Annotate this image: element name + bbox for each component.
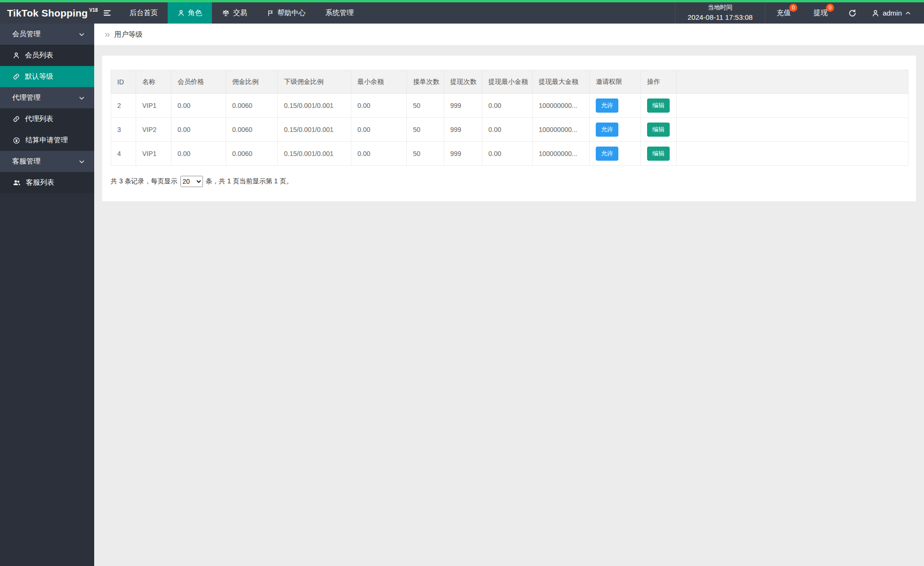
refresh-button[interactable] <box>839 2 866 24</box>
sidebar-item-agent-list[interactable]: 代理列表 <box>0 108 94 130</box>
sidebar-item-default-level-label: 默认等级 <box>25 72 53 81</box>
user-icon <box>13 52 20 59</box>
cell-spacer <box>677 94 908 118</box>
tab-dashboard[interactable]: 后台首页 <box>120 2 168 24</box>
cell-withdraw-count: 999 <box>444 142 482 166</box>
tab-system-label: 系统管理 <box>325 8 354 17</box>
edit-button[interactable]: 编辑 <box>647 123 670 137</box>
sidebar-group-member-management[interactable]: 会员管理 <box>0 24 94 45</box>
tab-roles-label: 角色 <box>188 8 202 17</box>
cell-id: 4 <box>111 142 136 166</box>
cell-min-balance: 0.00 <box>351 142 407 166</box>
edit-button[interactable]: 编辑 <box>647 147 670 161</box>
user-levels-card: ID 名称 会员价格 佣金比例 下级佣金比例 最小余额 接单次数 提现次数 提现… <box>102 56 916 201</box>
sidebar-item-agent-list-label: 代理列表 <box>25 115 53 123</box>
cell-invite-permission: 允许 <box>590 94 641 118</box>
cell-name: VIP1 <box>136 94 171 118</box>
sidebar-group-support-management[interactable]: 客服管理 <box>0 151 94 172</box>
cell-actions: 编辑 <box>641 118 677 142</box>
app-logo-text: TikTok ShoppingV18 <box>7 8 98 19</box>
cell-withdraw-count: 999 <box>444 94 482 118</box>
tab-system[interactable]: 系统管理 <box>316 2 364 24</box>
cell-commission-rate: 0.0060 <box>226 142 278 166</box>
sidebar-group-agent-management-label: 代理管理 <box>12 93 41 102</box>
sidebar-toggle-button[interactable] <box>94 2 120 24</box>
tab-help-center-label: 帮助中心 <box>277 8 306 17</box>
tab-help-center[interactable]: 帮助中心 <box>257 2 316 24</box>
edit-button[interactable]: 编辑 <box>647 98 670 113</box>
sidebar-item-support-list[interactable]: 客服列表 <box>0 172 94 193</box>
local-time: 当地时间 2024-08-11 17:53:08 <box>675 2 765 24</box>
cell-price: 0.00 <box>171 118 226 142</box>
tab-trade-label: 交易 <box>233 8 247 17</box>
user-avatar-icon <box>872 9 879 17</box>
sidebar-item-settlement-requests[interactable]: 结算申请管理 <box>0 130 94 151</box>
allow-button[interactable]: 允许 <box>596 123 618 137</box>
tab-dashboard-label: 后台首页 <box>130 8 158 17</box>
navbar-right: 当地时间 2024-08-11 17:53:08 充值 0 提现 0 admin <box>675 2 924 24</box>
cell-spacer <box>677 142 908 166</box>
cell-commission-rate: 0.0060 <box>226 118 278 142</box>
page-size-select[interactable]: 20 <box>180 176 203 187</box>
cell-order-count: 50 <box>407 94 444 118</box>
cell-withdraw-count: 999 <box>444 118 482 142</box>
user-icon <box>178 9 185 16</box>
content-area: ID 名称 会员价格 佣金比例 下级佣金比例 最小余额 接单次数 提现次数 提现… <box>94 46 924 211</box>
recharge-label: 充值 <box>777 8 791 17</box>
withdraw-button[interactable]: 提现 0 <box>802 2 839 24</box>
recharge-badge: 0 <box>789 4 797 12</box>
col-withdraw-count: 提现次数 <box>444 70 482 94</box>
app-logo: TikTok ShoppingV18 <box>0 2 94 24</box>
cell-withdraw-max: 100000000... <box>533 94 590 118</box>
col-withdraw-min: 提现最小金额 <box>482 70 533 94</box>
cell-commission-rate: 0.0060 <box>226 94 278 118</box>
chevron-down-icon <box>79 95 85 101</box>
cell-actions: 编辑 <box>641 142 677 166</box>
menu-icon <box>103 8 112 17</box>
cell-price: 0.00 <box>171 94 226 118</box>
sidebar-item-default-level[interactable]: 默认等级 <box>0 66 94 87</box>
chevron-down-icon <box>79 31 85 37</box>
allow-button[interactable]: 允许 <box>596 147 618 161</box>
cell-order-count: 50 <box>407 118 444 142</box>
col-sub-commission-rate: 下级佣金比例 <box>278 70 351 94</box>
tab-roles[interactable]: 角色 <box>168 2 212 24</box>
breadcrumb: » 用户等级 <box>94 24 924 46</box>
chevron-up-icon <box>905 10 911 16</box>
col-order-count: 接单次数 <box>407 70 444 94</box>
allow-button[interactable]: 允许 <box>596 98 618 113</box>
sidebar-item-member-list[interactable]: 会员列表 <box>0 45 94 66</box>
link-icon <box>13 73 20 80</box>
flag-icon <box>267 9 274 16</box>
sidebar-group-agent-management[interactable]: 代理管理 <box>0 87 94 108</box>
cell-price: 0.00 <box>171 142 226 166</box>
recharge-button[interactable]: 充值 0 <box>765 2 802 24</box>
col-min-balance: 最小余额 <box>351 70 407 94</box>
user-menu[interactable]: admin <box>866 2 924 24</box>
sidebar-group-member-management-label: 会员管理 <box>12 30 41 39</box>
sidebar: 会员管理 会员列表 默认等级 代理管理 代理列表 结算申请管理 <box>0 24 94 566</box>
col-name: 名称 <box>136 70 171 94</box>
col-withdraw-max: 提现最大金额 <box>533 70 590 94</box>
cell-id: 3 <box>111 118 136 142</box>
main-area: » 用户等级 ID 名称 会员价格 佣金比例 <box>94 24 924 566</box>
table-row: 4 VIP1 0.00 0.0060 0.15/0.001/0.001 0.00… <box>111 142 908 166</box>
double-chevron-icon: » <box>105 29 110 39</box>
cell-id: 2 <box>111 94 136 118</box>
cell-sub-commission-rate: 0.15/0.001/0.001 <box>278 118 351 142</box>
cell-withdraw-min: 0.00 <box>482 118 533 142</box>
cell-invite-permission: 允许 <box>590 142 641 166</box>
cell-order-count: 50 <box>407 142 444 166</box>
table-header-row: ID 名称 会员价格 佣金比例 下级佣金比例 最小余额 接单次数 提现次数 提现… <box>111 70 908 94</box>
table-row: 2 VIP1 0.00 0.0060 0.15/0.001/0.001 0.00… <box>111 94 908 118</box>
cell-withdraw-min: 0.00 <box>482 142 533 166</box>
cell-invite-permission: 允许 <box>590 118 641 142</box>
yen-circle-icon <box>13 137 20 144</box>
users-icon <box>13 179 21 187</box>
pagination-prefix: 共 3 条记录，每页显示 <box>111 177 178 186</box>
scales-icon <box>222 9 230 17</box>
local-time-value: 2024-08-11 17:53:08 <box>688 12 753 23</box>
refresh-icon <box>848 9 857 17</box>
local-time-label: 当地时间 <box>688 3 753 12</box>
tab-trade[interactable]: 交易 <box>212 2 257 24</box>
